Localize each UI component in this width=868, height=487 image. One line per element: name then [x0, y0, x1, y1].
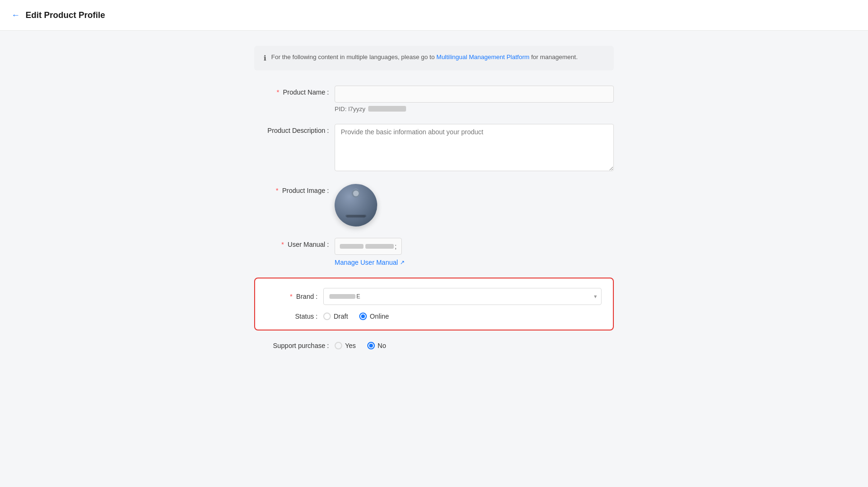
brand-select-wrapper: E ▾ [323, 288, 602, 305]
brand-blur [329, 294, 355, 299]
product-image-thumbnail[interactable] [335, 184, 377, 226]
user-manual-display[interactable]: ; [335, 238, 402, 255]
back-button[interactable]: ← [11, 10, 20, 20]
product-image-control [335, 184, 614, 226]
product-description-label: Product Description : [254, 124, 335, 134]
form-area: ℹ For the following content in multiple … [0, 46, 868, 349]
status-draft-label: Draft [334, 313, 348, 320]
manage-link-row: Manage User Manual ↗ [335, 259, 614, 266]
status-row: Status : Draft Online [266, 313, 602, 320]
manual-blur-2 [365, 244, 394, 249]
product-description-input[interactable] [335, 124, 614, 171]
manual-semicolon: ; [395, 243, 397, 250]
user-manual-label: * User Manual : [254, 238, 335, 248]
pid-value-blur [368, 106, 406, 112]
support-no-label: No [378, 342, 386, 349]
support-no-option[interactable]: No [367, 342, 386, 349]
support-yes-option[interactable]: Yes [335, 342, 356, 349]
product-description-row: Product Description : [254, 124, 614, 173]
support-yes-radio[interactable] [335, 342, 342, 349]
brand-select[interactable]: E [323, 288, 602, 305]
status-online-radio[interactable] [359, 313, 367, 320]
product-image-row: * Product Image : [254, 184, 614, 226]
support-no-radio[interactable] [367, 342, 375, 349]
product-name-row: * Product Name : PID: l7yyzy [254, 86, 614, 113]
manage-user-manual-link[interactable]: Manage User Manual ↗ [335, 259, 405, 266]
product-name-input[interactable] [335, 86, 614, 103]
info-banner: ℹ For the following content in multiple … [254, 46, 614, 70]
multilingual-link[interactable]: Multilingual Management Platform [436, 53, 530, 61]
support-purchase-label: Support purchase : [254, 342, 335, 349]
user-manual-control: ; Manage User Manual ↗ [335, 238, 614, 266]
status-draft-radio[interactable] [323, 313, 331, 320]
brand-row: * Brand : E ▾ [266, 288, 602, 305]
support-purchase-row: Support purchase : Yes No [254, 342, 614, 349]
external-link-icon: ↗ [400, 259, 405, 266]
brand-colon: E [356, 293, 360, 300]
status-draft-option[interactable]: Draft [323, 313, 348, 320]
support-yes-label: Yes [345, 342, 356, 349]
status-online-label: Online [370, 313, 389, 320]
user-manual-row: * User Manual : ; Manage User Manual ↗ [254, 238, 614, 266]
support-purchase-radio-group: Yes No [335, 342, 386, 349]
status-label: Status : [266, 313, 323, 320]
info-icon: ℹ [264, 53, 266, 64]
product-name-control: PID: l7yyzy [335, 86, 614, 113]
page-title: Edit Product Profile [26, 10, 105, 20]
page-header: ← Edit Product Profile [0, 0, 868, 31]
status-online-option[interactable]: Online [359, 313, 389, 320]
pid-label: PID: l7yyzy [335, 105, 614, 113]
product-name-label: * Product Name : [254, 86, 335, 96]
brand-label: * Brand : [266, 293, 323, 300]
manual-blur-1 [340, 244, 363, 249]
page-content: ℹ For the following content in multiple … [0, 31, 868, 365]
highlighted-section: * Brand : E ▾ Status : [254, 278, 614, 330]
status-radio-group: Draft Online [323, 313, 389, 320]
info-text: For the following content in multiple la… [271, 52, 578, 62]
product-image-label: * Product Image : [254, 184, 335, 194]
product-description-control [335, 124, 614, 173]
